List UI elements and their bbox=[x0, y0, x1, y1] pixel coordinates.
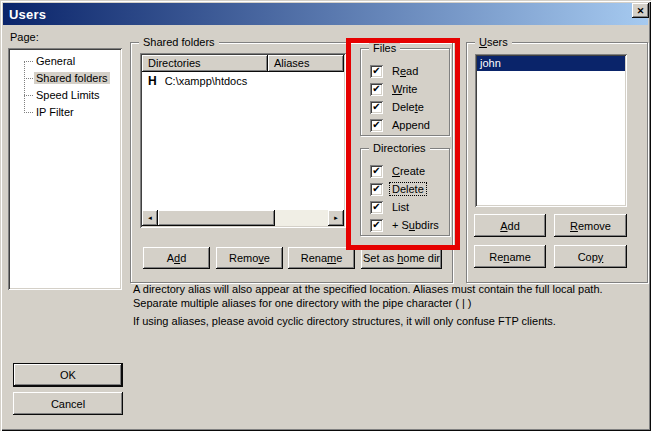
check-icon: ✔ bbox=[372, 102, 380, 112]
arrow-left-icon: ◄ bbox=[147, 215, 153, 221]
checkbox-label: Write bbox=[389, 82, 420, 96]
directories-group: Directories ✔ Create ✔ Delete ✔ List ✔ +… bbox=[360, 148, 450, 236]
checkbox-box: ✔ bbox=[370, 65, 383, 78]
button-label: OK bbox=[60, 369, 76, 381]
copy-user-button[interactable]: Copy bbox=[554, 245, 627, 268]
add-user-button[interactable]: Add bbox=[474, 214, 546, 237]
checkbox-box: ✔ bbox=[370, 201, 383, 214]
page-tree: General Shared folders Speed Limits IP F… bbox=[8, 48, 122, 290]
button-label: Cancel bbox=[51, 398, 85, 410]
checkbox-box: ✔ bbox=[370, 165, 383, 178]
scroll-right-button[interactable]: ► bbox=[328, 210, 344, 226]
checkbox-files-write[interactable]: ✔ Write bbox=[370, 80, 449, 98]
checkbox-label: List bbox=[389, 200, 412, 214]
add-folder-button[interactable]: Add bbox=[143, 247, 210, 269]
button-label: Remove bbox=[570, 220, 611, 232]
scrollbar-track[interactable] bbox=[275, 210, 328, 226]
checkbox-dirs-delete[interactable]: ✔ Delete bbox=[370, 180, 449, 198]
tree-item-shared-folders[interactable]: Shared folders bbox=[10, 70, 120, 87]
checkbox-dirs-subdirs[interactable]: ✔ + Subdirs bbox=[370, 216, 449, 234]
button-label: Add bbox=[167, 252, 187, 264]
users-dialog: Users ✕ Page: General Shared folders Spe… bbox=[0, 0, 651, 431]
checkbox-box: ✔ bbox=[370, 183, 383, 196]
page-label: Page: bbox=[10, 31, 39, 43]
remove-folder-button[interactable]: Remove bbox=[216, 247, 283, 269]
checkbox-label: Read bbox=[389, 64, 421, 78]
rename-user-button[interactable]: Rename bbox=[474, 245, 546, 268]
button-label: Set as home dir bbox=[363, 252, 440, 264]
checkbox-label: Append bbox=[389, 118, 433, 132]
tree-item-label: Shared folders bbox=[34, 72, 110, 84]
tree-item-ip-filter[interactable]: IP Filter bbox=[10, 104, 120, 121]
checkbox-label: Delete bbox=[389, 182, 427, 196]
scrollbar-thumb[interactable] bbox=[158, 210, 275, 226]
alias-help-text: A directory alias will also appear at th… bbox=[133, 282, 645, 328]
files-group: Files ✔ Read ✔ Write ✔ Delete ✔ Append bbox=[360, 48, 450, 136]
button-label: Remove bbox=[229, 252, 270, 264]
remove-user-button[interactable]: Remove bbox=[554, 214, 627, 237]
button-label: Add bbox=[500, 220, 520, 232]
tree-item-label: Speed Limits bbox=[34, 89, 102, 101]
checkbox-box: ✔ bbox=[370, 219, 383, 232]
user-item-john[interactable]: john bbox=[477, 56, 625, 71]
checkbox-files-delete[interactable]: ✔ Delete bbox=[370, 98, 449, 116]
directory-row[interactable]: H C:\xampp\htdocs bbox=[142, 73, 344, 89]
set-as-home-dir-button[interactable]: Set as home dir bbox=[361, 247, 442, 269]
directories-listview[interactable]: Directories Aliases H C:\xampp\htdocs ◄ … bbox=[140, 53, 346, 228]
tree-item-label: IP Filter bbox=[34, 106, 76, 118]
column-header-directories[interactable]: Directories bbox=[142, 55, 268, 72]
check-icon: ✔ bbox=[372, 202, 380, 212]
checkbox-label: + Subdirs bbox=[389, 218, 442, 232]
title-bar[interactable]: Users bbox=[3, 3, 648, 25]
listview-header: Directories Aliases bbox=[142, 55, 344, 72]
button-label: Copy bbox=[578, 251, 604, 263]
checkbox-box: ✔ bbox=[370, 119, 383, 132]
check-icon: ✔ bbox=[372, 220, 380, 230]
close-button[interactable]: ✕ bbox=[632, 3, 649, 18]
window-title: Users bbox=[9, 7, 46, 22]
checkbox-dirs-list[interactable]: ✔ List bbox=[370, 198, 449, 216]
tree-item-label: General bbox=[34, 55, 77, 67]
checkbox-label: Delete bbox=[389, 100, 427, 114]
horizontal-scrollbar[interactable]: ◄ ► bbox=[142, 210, 344, 226]
check-icon: ✔ bbox=[372, 166, 380, 176]
files-group-label: Files bbox=[369, 42, 400, 54]
checkbox-box: ✔ bbox=[370, 101, 383, 114]
home-flag: H bbox=[148, 74, 157, 88]
users-group-label: Users bbox=[475, 36, 512, 48]
checkbox-label: Create bbox=[389, 164, 428, 178]
column-header-aliases[interactable]: Aliases bbox=[268, 55, 344, 72]
tree-item-general[interactable]: General bbox=[10, 53, 120, 70]
checkbox-files-read[interactable]: ✔ Read bbox=[370, 62, 449, 80]
checkbox-dirs-create[interactable]: ✔ Create bbox=[370, 162, 449, 180]
button-label: Rename bbox=[489, 251, 531, 263]
checkbox-files-append[interactable]: ✔ Append bbox=[370, 116, 449, 134]
close-icon: ✕ bbox=[637, 6, 645, 16]
cancel-button[interactable]: Cancel bbox=[13, 392, 123, 415]
directory-path: C:\xampp\htdocs bbox=[165, 75, 248, 87]
directories-group-label: Directories bbox=[369, 142, 430, 154]
scroll-left-button[interactable]: ◄ bbox=[142, 210, 158, 226]
users-listbox[interactable]: john bbox=[475, 54, 627, 207]
check-icon: ✔ bbox=[372, 184, 380, 194]
tree-item-speed-limits[interactable]: Speed Limits bbox=[10, 87, 120, 104]
check-icon: ✔ bbox=[372, 120, 380, 130]
check-icon: ✔ bbox=[372, 84, 380, 94]
arrow-right-icon: ► bbox=[333, 215, 339, 221]
shared-folders-group-label: Shared folders bbox=[139, 36, 219, 48]
ok-button[interactable]: OK bbox=[13, 363, 123, 387]
checkbox-box: ✔ bbox=[370, 83, 383, 96]
rename-folder-button[interactable]: Rename bbox=[288, 247, 355, 269]
button-label: Rename bbox=[301, 252, 343, 264]
check-icon: ✔ bbox=[372, 66, 380, 76]
alias-help-line-1: A directory alias will also appear at th… bbox=[133, 282, 645, 310]
alias-help-line-2: If using aliases, please avoid cyclic di… bbox=[133, 314, 645, 328]
